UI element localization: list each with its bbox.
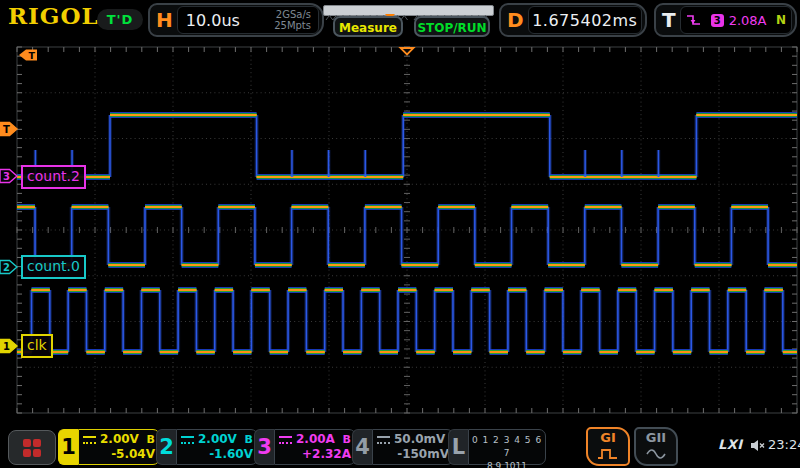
svg-text:2: 2 (3, 262, 10, 273)
waveform-display: 321TT (0, 0, 800, 468)
lxi-badge: LXI (718, 437, 743, 452)
trigger-source-badge: 3 (711, 14, 724, 27)
delay-value: 1.675402ms (532, 11, 637, 30)
dc-coupling-icon (279, 436, 292, 444)
digital-row-1: 0 1 2 3 4 5 6 7 (469, 434, 545, 460)
dc-coupling-icon (377, 436, 390, 444)
timebase-value: 10.0us (178, 11, 240, 30)
trigger-level-value: 2.08A (729, 13, 767, 28)
generator-2-label: GII (636, 429, 676, 445)
clock: 23:24 (768, 437, 800, 452)
memory-depth: 25Mpts (274, 20, 311, 31)
menu-button[interactable] (8, 430, 56, 465)
channel-1-bandwidth-badge: B (147, 432, 155, 447)
bottom-status-bar: 1 2.00V B -5.04V 2 2.00V B -1.60V (0, 424, 800, 468)
svg-text:T: T (3, 124, 10, 135)
delay-box: 1.675402ms (528, 6, 642, 34)
sine-wave-icon (645, 448, 667, 460)
channel-2-scale: 2.00V (198, 432, 237, 447)
channel-2-bandwidth-badge: B (245, 432, 253, 447)
trigger-box: 3 2.08A N (680, 6, 792, 34)
trigger-status-badge: T'D (97, 9, 143, 30)
top-status-bar: RIGOL T'D H 10.0us 2GSa/s 25Mpts Measure… (0, 0, 800, 42)
trace-label-count.2[interactable]: count.2 (21, 165, 86, 189)
square-wave-icon (597, 448, 619, 460)
channel-4-scale: 50.0mV (394, 432, 445, 447)
trigger-sweep-mode: N (776, 13, 786, 27)
channel-1-number: 1 (58, 429, 78, 465)
svg-text:3: 3 (3, 171, 10, 182)
generator-2-button[interactable]: GII (634, 427, 678, 466)
digital-row-2: 8 9 1011 12131415 (469, 460, 545, 468)
measure-button[interactable]: Measure (333, 16, 403, 37)
dc-coupling-icon (83, 436, 96, 444)
stop-run-button[interactable]: STOP/RUN (414, 16, 490, 37)
delay-panel[interactable]: D 1.675402ms (499, 3, 647, 37)
channel-1-scale: 2.00V (100, 432, 139, 447)
channel-4-block[interactable]: 4 50.0mV -150mV (352, 429, 454, 465)
generator-1-label: GI (588, 429, 628, 445)
d-label: D (501, 8, 528, 32)
trigger-position-marker (19, 50, 26, 61)
menu-grid-icon (23, 439, 41, 457)
horizontal-panel[interactable]: H 10.0us 2GSa/s 25Mpts (148, 3, 324, 37)
channel-3-number: 3 (254, 429, 274, 465)
record-position-bar[interactable] (323, 5, 494, 16)
acquisition-info: 2GSa/s 25Mpts (274, 9, 318, 31)
t-label: T (656, 8, 680, 32)
h-label: H (150, 8, 177, 32)
delay-center-marker (401, 48, 414, 55)
channel-2-block[interactable]: 2 2.00V B -1.60V (156, 429, 258, 465)
trace-label-count.0[interactable]: count.0 (21, 255, 86, 279)
channel-3-offset: +2.32A (279, 447, 351, 462)
generator-1-button[interactable]: GI (586, 427, 630, 466)
channel-1-offset: -5.04V (83, 447, 155, 462)
channel-2-offset: -1.60V (181, 447, 253, 462)
sample-rate: 2GSa/s (274, 9, 311, 20)
channel-3-bandwidth-badge: B (343, 432, 351, 447)
dc-coupling-icon (181, 436, 194, 444)
trigger-panel[interactable]: T 3 2.08A N (654, 3, 797, 37)
svg-text:T: T (29, 50, 36, 61)
rigol-logo: RIGOL (8, 2, 99, 29)
channel-3-block[interactable]: 3 2.00A B +2.32A (254, 429, 356, 465)
digital-label: L (448, 429, 468, 465)
svg-text:1: 1 (3, 341, 10, 352)
channel-2-number: 2 (156, 429, 176, 465)
channel-3-scale: 2.00A (296, 432, 335, 447)
oscilloscope-screen: 321TT count.2count.0clk RIGOL T'D H 10.0… (0, 0, 800, 468)
speaker-muted-icon[interactable] (750, 439, 765, 452)
trace-label-clk[interactable]: clk (21, 334, 53, 358)
channel-4-number: 4 (352, 429, 372, 465)
timebase-box: 10.0us 2GSa/s 25Mpts (177, 6, 319, 34)
channel-4-offset: -150mV (377, 447, 449, 462)
channel-1-block[interactable]: 1 2.00V B -5.04V (58, 429, 160, 465)
digital-channels-block[interactable]: L 0 1 2 3 4 5 6 7 8 9 1011 12131415 (448, 429, 546, 465)
falling-edge-icon (686, 13, 701, 28)
